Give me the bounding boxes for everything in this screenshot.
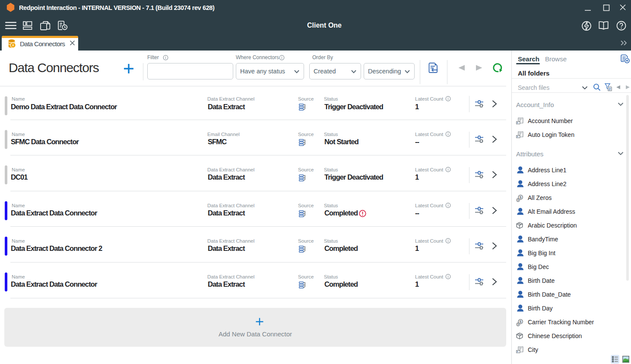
svg-text:$: $ [520, 195, 522, 199]
svg-text:$: $ [520, 320, 522, 324]
